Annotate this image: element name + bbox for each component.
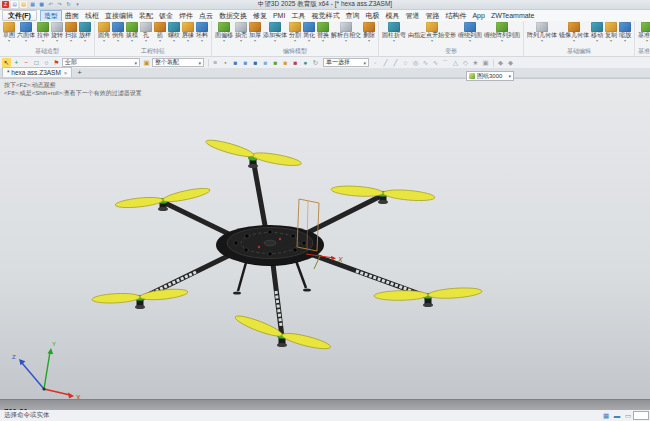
pattern-geometry-button[interactable]: 阵列几何体▾ — [526, 21, 558, 43]
pick-box-icon[interactable]: □ — [32, 58, 41, 67]
rib-button[interactable]: 筋▾ — [153, 21, 167, 43]
loft-button[interactable]: 放样▾ — [78, 21, 92, 43]
tab-装配[interactable]: 装配 — [136, 10, 156, 21]
lip-button[interactable]: 唇缘▾ — [181, 21, 195, 43]
pick-spline-icon[interactable]: ∿ — [431, 58, 440, 67]
extrude-button[interactable]: 拉伸▾ — [36, 21, 50, 43]
document-tab[interactable]: * hexa ass.Z3ASM × — [2, 67, 72, 77]
offset-face-button[interactable]: 面偏移▾ — [214, 21, 234, 43]
wrap-pattern-to-face-button[interactable]: 缠绕阵列到面▾ — [483, 21, 521, 43]
close-tab-icon[interactable]: × — [64, 70, 68, 76]
copy-button[interactable]: 复制▾ — [604, 21, 618, 43]
tab-电极[interactable]: 电极 — [362, 10, 382, 21]
scale-button[interactable]: 缩放▾ — [618, 21, 632, 43]
datum-plane-button[interactable]: 基准面▾ — [637, 21, 650, 43]
pick-ellipse-icon[interactable]: ◎ — [411, 58, 420, 67]
pick-shape-icon[interactable]: ◇ — [461, 58, 470, 67]
minimize-window-icon[interactable]: ▭ — [624, 412, 632, 420]
add-solid-button[interactable]: 添加实体▾ — [262, 21, 288, 43]
move-button[interactable]: 移动▾ — [590, 21, 604, 43]
delete-button[interactable]: 删除▾ — [362, 21, 376, 43]
tab-点云[interactable]: 点云 — [196, 10, 216, 21]
hole-button[interactable]: 孔▾ — [139, 21, 153, 43]
tab-结构件[interactable]: 结构件 — [442, 10, 469, 21]
pick-scope-dropdown[interactable]: 整个装配▾ — [152, 58, 204, 67]
cylinder-bend-button[interactable]: 圆柱折弯▾ — [381, 21, 407, 43]
pick-line-icon[interactable]: ╱ — [381, 58, 390, 67]
deform-from-point-button[interactable]: 由指定点开始变形▾ — [407, 21, 457, 43]
tab-视觉样式[interactable]: 视觉样式 — [308, 10, 342, 21]
stock-button[interactable]: 坯料▾ — [195, 21, 209, 43]
folder-orange-icon[interactable]: ■ — [281, 58, 290, 67]
sketch-button[interactable]: 草图▾ — [2, 21, 16, 43]
chamfer-button[interactable]: 倒角▾ — [111, 21, 125, 43]
selection-mode-dropdown[interactable]: 单一选择▾ — [323, 58, 369, 67]
tab-查询[interactable]: 查询 — [342, 10, 362, 21]
sheet-selector[interactable]: 图纸3000 ▾ — [466, 71, 514, 81]
add-select-icon[interactable]: + — [12, 58, 21, 67]
split-button[interactable]: 分割▾ — [288, 21, 302, 43]
library-icon[interactable]: ■ — [291, 58, 300, 67]
tab-PMI[interactable]: PMI — [270, 10, 288, 21]
tab-线框[interactable]: 线框 — [82, 10, 102, 21]
fillet-button[interactable]: 圆角▾ — [97, 21, 111, 43]
component-icon[interactable]: ▪ — [221, 58, 230, 67]
wrap-to-face-button[interactable]: 缠绕到面▾ — [457, 21, 483, 43]
tab-App[interactable]: App — [469, 10, 487, 21]
list-icon[interactable]: ≡ — [211, 58, 220, 67]
filter-type-dropdown[interactable]: 全部▾ — [62, 58, 140, 67]
shell-button[interactable]: 抽壳▾ — [234, 21, 248, 43]
tab-直接编辑[interactable]: 直接编辑 — [102, 10, 136, 21]
replace-button[interactable]: 替换▾ — [316, 21, 330, 43]
scope-icon[interactable]: ▣ — [142, 58, 151, 67]
sweep-button[interactable]: 扫掠▾ — [64, 21, 78, 43]
tab-焊件[interactable]: 焊件 — [176, 10, 196, 21]
assembly-filter-icon[interactable]: ■ — [251, 58, 260, 67]
revolve-button[interactable]: 旋转▾ — [50, 21, 64, 43]
center-hub[interactable] — [216, 225, 324, 266]
view-triad[interactable]: X Y Z — [12, 341, 81, 399]
pick-history-icon[interactable]: ◆ — [506, 58, 515, 67]
remove-select-icon[interactable]: − — [22, 58, 31, 67]
tab-造型[interactable]: 造型 — [40, 10, 62, 21]
pick-face-icon[interactable]: △ — [451, 58, 460, 67]
pick-circle-icon[interactable]: ○ — [401, 58, 410, 67]
pick-arc-icon[interactable]: ⌒ — [441, 58, 450, 67]
sheet-filter-icon[interactable]: ■ — [261, 58, 270, 67]
hexacopter-model[interactable]: X — [0, 79, 650, 399]
status-input[interactable] — [633, 411, 649, 420]
pick-point-icon[interactable]: ◦ — [371, 58, 380, 67]
tab-管道[interactable]: 管道 — [402, 10, 422, 21]
display-icon[interactable]: ▬ — [613, 412, 621, 420]
box-button[interactable]: 六面体▾ — [16, 21, 36, 43]
pick-edge-icon[interactable]: ╱ — [391, 58, 400, 67]
tab-钣金[interactable]: 钣金 — [156, 10, 176, 21]
pick-curve-icon[interactable]: ∿ — [421, 58, 430, 67]
tab-数据交换[interactable]: 数据交换 — [216, 10, 250, 21]
viewport-canvas[interactable]: 按下<F2>:动态观察 <F8>:或是<Shift+roll>:查看下一个有效的… — [0, 79, 650, 399]
pick-sketch-icon[interactable]: ▣ — [481, 58, 490, 67]
globe-icon[interactable]: ● — [301, 58, 310, 67]
part-filter-icon[interactable]: ■ — [231, 58, 240, 67]
layout-icon[interactable]: ▦ — [602, 412, 610, 420]
tab-工具[interactable]: 工具 — [288, 10, 308, 21]
pick-feature-icon[interactable]: ★ — [471, 58, 480, 67]
thicken-button[interactable]: 加厚▾ — [248, 21, 262, 43]
pick-lasso-icon[interactable]: ○ — [42, 58, 51, 67]
thread-button[interactable]: 螺纹▾ — [167, 21, 181, 43]
mirror-geometry-button[interactable]: 镜像几何体▾ — [558, 21, 590, 43]
simplify-button[interactable]: 简化▾ — [302, 21, 316, 43]
tab-管路[interactable]: 管路 — [422, 10, 442, 21]
tab-修复[interactable]: 修复 — [250, 10, 270, 21]
new-tab-button[interactable]: + — [77, 68, 82, 77]
tab-ZWTeammate[interactable]: ZWTeammate — [488, 10, 538, 21]
resolve-self-intersect-button[interactable]: 解析自相交▾ — [330, 21, 362, 43]
shape-filter-icon[interactable]: ■ — [241, 58, 250, 67]
draft-button[interactable]: 拔模▾ — [125, 21, 139, 43]
filter-flag-icon[interactable]: ⚑ — [52, 58, 61, 67]
select-cursor-icon[interactable]: ↖ — [2, 58, 11, 67]
history-icon[interactable]: ↻ — [311, 58, 320, 67]
pick-last-icon[interactable]: ◆ — [496, 58, 505, 67]
file-menu-button[interactable]: 文件(F) — [2, 10, 37, 21]
tab-曲面[interactable]: 曲面 — [62, 10, 82, 21]
